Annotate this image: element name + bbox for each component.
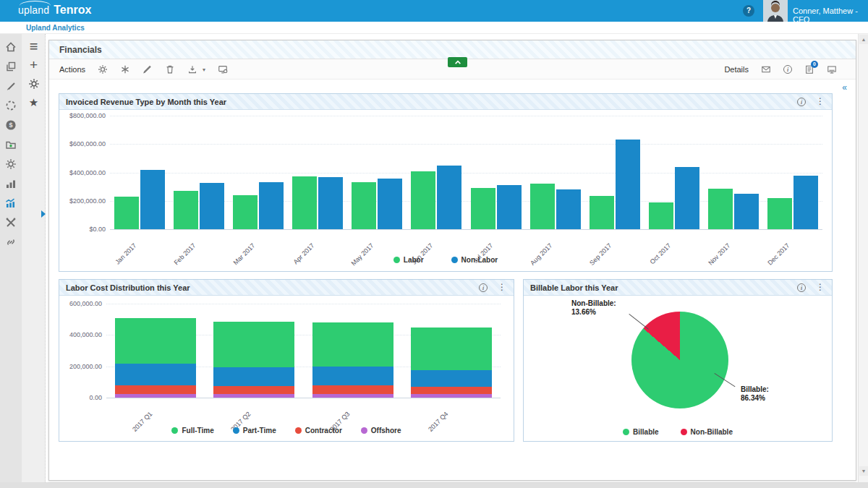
bar-labor-jan-2017[interactable] bbox=[114, 197, 139, 229]
bar-non-labor-sep-2017[interactable] bbox=[616, 140, 640, 229]
chart-card-header: Billable Labor this Year i ⋮ bbox=[524, 280, 832, 296]
device-export-icon[interactable] bbox=[218, 64, 228, 74]
trash-icon[interactable] bbox=[165, 64, 175, 74]
analytics-icon[interactable] bbox=[0, 193, 22, 213]
bar-non-labor-aug-2017[interactable] bbox=[556, 189, 581, 229]
bar-labor-aug-2017[interactable] bbox=[530, 184, 555, 229]
legend-item-offshore[interactable]: Offshore bbox=[361, 427, 401, 435]
gear-icon[interactable] bbox=[22, 74, 46, 93]
breadcrumb[interactable]: Upland Analytics bbox=[26, 24, 85, 32]
bar-chart-icon[interactable] bbox=[0, 174, 22, 193]
bar-labor-nov-2017[interactable] bbox=[708, 189, 733, 229]
labor-cost-plot: 600,000.00400,000.00200,000.000.002017 Q… bbox=[59, 280, 514, 441]
bar-labor-feb-2017[interactable] bbox=[174, 191, 198, 229]
bar-non-labor-mar-2017[interactable] bbox=[259, 182, 284, 229]
legend-item-part-time[interactable]: Part-Time bbox=[233, 427, 276, 435]
bar-contractor-2017-q3[interactable] bbox=[312, 385, 393, 393]
collapse-toolbar-button[interactable] bbox=[448, 57, 467, 67]
gridline bbox=[106, 304, 501, 304]
menu-icon[interactable]: ≡ bbox=[22, 37, 46, 56]
bar-non-labor-may-2017[interactable] bbox=[378, 179, 402, 229]
plus-icon[interactable]: + bbox=[22, 56, 46, 74]
bar-part-time-2017-q2[interactable] bbox=[213, 367, 294, 386]
kebab-menu-icon[interactable]: ⋮ bbox=[816, 283, 825, 292]
dashboard-panel: Financials Actions ▾ Details i0 « Invoic… bbox=[48, 40, 856, 481]
brand-logo[interactable]: upland Tenrox bbox=[18, 4, 91, 17]
notes-icon[interactable]: 0 bbox=[804, 64, 814, 74]
info-icon[interactable]: i bbox=[783, 65, 792, 74]
legend-item-full-time[interactable]: Full-Time bbox=[171, 427, 213, 435]
bar-labor-apr-2017[interactable] bbox=[292, 176, 317, 229]
bar-contractor-2017-q4[interactable] bbox=[411, 387, 492, 394]
bar-labor-sep-2017[interactable] bbox=[590, 196, 614, 229]
actions-button[interactable]: Actions bbox=[59, 65, 85, 74]
bar-offshore-2017-q1[interactable] bbox=[115, 394, 196, 398]
tools-icon[interactable] bbox=[0, 213, 22, 232]
pie-callout-billable: Billable: 86.34% bbox=[741, 385, 769, 403]
pencil-icon[interactable] bbox=[142, 64, 153, 74]
projects-folder-icon[interactable] bbox=[0, 134, 22, 154]
bar-labor-dec-2017[interactable] bbox=[767, 198, 792, 229]
pages-icon[interactable] bbox=[0, 56, 22, 76]
pie-callout-nonbillable: Non-Billable: 13.66% bbox=[571, 299, 616, 317]
bar-full-time-2017-q1[interactable] bbox=[115, 318, 196, 364]
bar-labor-may-2017[interactable] bbox=[352, 182, 376, 229]
bar-part-time-2017-q3[interactable] bbox=[312, 367, 393, 386]
avatar[interactable] bbox=[763, 0, 788, 22]
bar-offshore-2017-q3[interactable] bbox=[312, 394, 393, 398]
bar-part-time-2017-q4[interactable] bbox=[411, 370, 492, 387]
pen-icon[interactable] bbox=[0, 76, 22, 95]
gear-icon[interactable] bbox=[98, 64, 108, 74]
brand-tenrox-text: Tenrox bbox=[54, 4, 91, 17]
bar-non-labor-feb-2017[interactable] bbox=[200, 183, 224, 229]
bar-labor-jun-2017[interactable] bbox=[411, 171, 435, 229]
legend-item-non-labor[interactable]: Non-Labor bbox=[451, 256, 498, 264]
screen-icon[interactable] bbox=[827, 64, 837, 74]
gridline bbox=[106, 398, 501, 398]
legend-item-non-billable[interactable]: Non-Billable bbox=[681, 428, 733, 436]
link-icon[interactable] bbox=[0, 232, 22, 252]
bar-contractor-2017-q1[interactable] bbox=[115, 385, 196, 393]
details-button[interactable]: Details bbox=[724, 65, 749, 74]
star-icon[interactable]: ★ bbox=[22, 93, 46, 112]
legend-item-contractor[interactable]: Contractor bbox=[295, 427, 342, 435]
legend-label: Full-Time bbox=[182, 427, 213, 435]
help-icon[interactable]: ? bbox=[743, 5, 754, 17]
active-module-marker bbox=[41, 210, 46, 218]
bar-non-labor-dec-2017[interactable] bbox=[793, 176, 818, 229]
scroll-up-icon[interactable]: ▲ bbox=[859, 35, 868, 44]
chart-title: Billable Labor this Year bbox=[530, 283, 618, 292]
legend-item-labor[interactable]: Labor bbox=[393, 256, 424, 264]
bar-non-labor-jan-2017[interactable] bbox=[140, 170, 165, 229]
bar-full-time-2017-q3[interactable] bbox=[312, 322, 393, 367]
collapse-panel-icon[interactable]: « bbox=[842, 82, 847, 93]
bar-part-time-2017-q1[interactable] bbox=[115, 364, 196, 385]
mail-icon[interactable] bbox=[761, 64, 771, 74]
analytics-sidebar: ≡+★ bbox=[22, 34, 46, 482]
bar-labor-mar-2017[interactable] bbox=[233, 195, 258, 229]
scroll-down-icon[interactable]: ▼ bbox=[859, 466, 868, 476]
info-icon[interactable]: i bbox=[797, 283, 806, 292]
bar-non-labor-oct-2017[interactable] bbox=[675, 167, 699, 229]
home-icon[interactable] bbox=[0, 37, 22, 56]
bar-full-time-2017-q4[interactable] bbox=[411, 328, 492, 370]
burst-icon[interactable] bbox=[120, 64, 130, 74]
gear-icon[interactable] bbox=[0, 154, 22, 174]
bar-labor-oct-2017[interactable] bbox=[649, 202, 673, 229]
sync-circle-icon[interactable] bbox=[0, 95, 22, 115]
bar-non-labor-apr-2017[interactable] bbox=[318, 177, 343, 229]
bar-offshore-2017-q2[interactable] bbox=[213, 394, 294, 398]
currency-icon[interactable]: $ bbox=[0, 115, 22, 134]
bar-full-time-2017-q2[interactable] bbox=[213, 322, 294, 367]
legend-dot bbox=[171, 427, 178, 434]
legend-item-billable[interactable]: Billable bbox=[623, 428, 659, 436]
bar-non-labor-nov-2017[interactable] bbox=[734, 194, 759, 229]
caret-down-icon[interactable]: ▾ bbox=[203, 67, 205, 73]
download-icon[interactable] bbox=[187, 64, 197, 74]
bar-non-labor-jul-2017[interactable] bbox=[497, 185, 522, 229]
vertical-scrollbar[interactable]: ▲ ▼ bbox=[858, 34, 868, 482]
bar-labor-jul-2017[interactable] bbox=[471, 188, 495, 229]
bar-contractor-2017-q2[interactable] bbox=[213, 386, 294, 394]
bar-non-labor-jun-2017[interactable] bbox=[437, 166, 461, 229]
bar-offshore-2017-q4[interactable] bbox=[411, 394, 492, 398]
